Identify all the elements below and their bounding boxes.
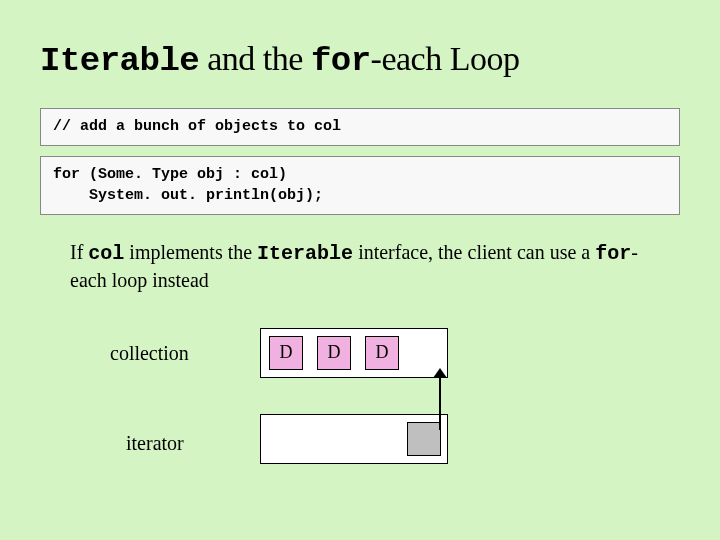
data-cell: D — [317, 336, 351, 370]
slide-title: Iterable and the for-each Loop — [40, 40, 680, 80]
arrow-line — [439, 374, 441, 430]
data-cell: D — [269, 336, 303, 370]
iterator-label: iterator — [126, 432, 184, 455]
code-block-comment: // add a bunch of objects to col — [40, 108, 680, 146]
iterator-cursor — [407, 422, 441, 456]
data-cell: D — [365, 336, 399, 370]
arrow-head-icon — [433, 368, 447, 378]
title-text-1: and the — [199, 40, 311, 77]
collection-box: D D D — [260, 328, 448, 378]
para-code-for: for — [595, 242, 631, 265]
diagram: collection iterator D D D — [100, 324, 680, 494]
iterator-box — [260, 414, 448, 464]
code-block-loop: for (Some. Type obj : col) System. out. … — [40, 156, 680, 215]
explanation-text: If col implements the Iterable interface… — [70, 239, 660, 294]
para-code-col: col — [88, 242, 124, 265]
title-code-2: for — [311, 42, 371, 80]
para-t1: If — [70, 241, 88, 263]
collection-label: collection — [110, 342, 189, 365]
para-code-iterable: Iterable — [257, 242, 353, 265]
title-code-1: Iterable — [40, 42, 199, 80]
para-t2: implements the — [124, 241, 257, 263]
para-t3: interface, the client can use a — [353, 241, 595, 263]
title-text-2: -each Loop — [371, 40, 520, 77]
